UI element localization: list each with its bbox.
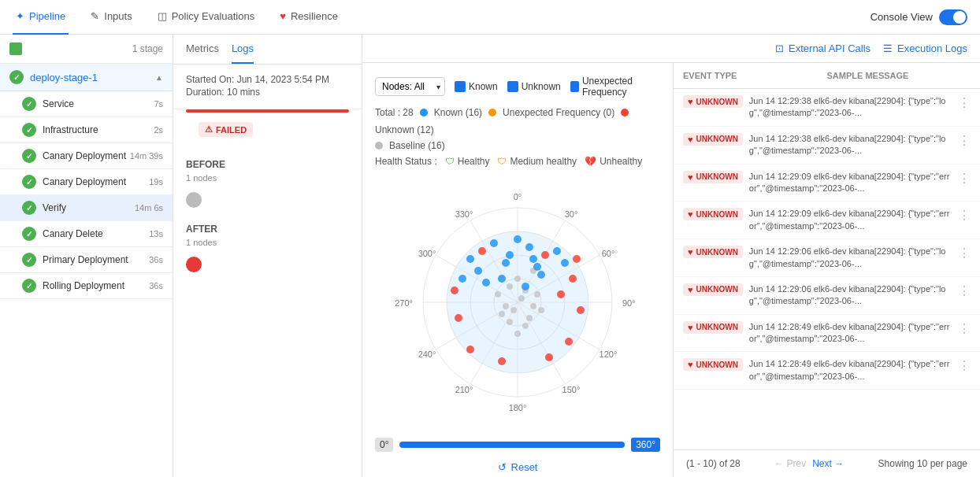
event-more-icon[interactable]: ⋮ [958,283,971,298]
unexpected-filter[interactable]: Unexpected Frequency [570,76,660,98]
external-api-calls-button[interactable]: ⊡ External API Calls [775,43,870,54]
step-name: Infrastructure [43,124,98,135]
step-name: Primary Deployment [43,254,128,265]
nav-inputs[interactable]: ✎ Inputs [87,0,135,35]
svg-point-55 [569,275,577,283]
execution-logs-icon: ☰ [883,43,893,54]
event-type-label: UNKNOWN [696,98,738,106]
step-name: Canary Deployment [43,176,126,187]
tabs-row: Metrics Logs [173,35,362,65]
known-checkbox [455,81,466,92]
deploy-stage-name: deploy-stage-1 [9,70,98,84]
top-navigation: ✦ Pipeline ✎ Inputs ◫ Policy Evaluations… [0,0,980,35]
chevron-up-icon: ▲ [155,73,163,82]
event-more-icon[interactable]: ⋮ [958,208,971,223]
event-message: Jun 14 12:28:49 elk6-dev kibana[22904]: … [749,358,952,383]
nodes-select[interactable]: Nodes: All [375,77,445,96]
next-button[interactable]: Next → [812,458,844,469]
step-rolling-deployment[interactable]: Rolling Deployment 36s [0,273,173,299]
duration: Duration: 10 mins [186,87,349,98]
toggle-switch[interactable] [939,9,967,25]
svg-text:150°: 150° [562,385,581,394]
svg-point-39 [514,235,522,243]
step-time: 36s [149,281,163,290]
policy-icon: ◫ [158,10,167,22]
range-track[interactable] [399,442,625,448]
step-service[interactable]: Service 7s [0,91,173,117]
event-row: ♥ UNKNOWN Jun 14 12:28:49 elk6-dev kiban… [674,315,980,353]
svg-point-43 [490,239,498,247]
step-canary-deployment-2[interactable]: Canary Deployment 19s [0,169,173,195]
nav-policy[interactable]: ◫ Policy Evaluations [154,0,258,35]
tab-metrics-label: Metrics [186,43,219,54]
event-more-icon[interactable]: ⋮ [958,321,971,336]
external-api-label: External API Calls [789,43,870,54]
svg-point-30 [518,295,525,301]
unknown-filter[interactable]: Unknown [507,81,561,92]
tab-logs[interactable]: Logs [232,35,254,64]
prev-button[interactable]: ← Prev [774,458,806,469]
svg-text:210°: 210° [455,385,473,394]
unhealthy-label: Unhealthy [600,156,642,167]
range-container: 0° 360° [375,438,660,452]
range-end: 360° [631,438,660,452]
step-verify[interactable]: Verify 14m 6s [0,195,173,221]
step-canary-deployment-1[interactable]: Canary Deployment 14m 39s [0,143,173,169]
step-check-icon [22,149,36,163]
svg-text:0°: 0° [514,192,522,202]
step-primary-deployment[interactable]: Primary Deployment 36s [0,247,173,273]
nav-resilience-label: Resilience [291,10,338,22]
deploy-stage-item[interactable]: deploy-stage-1 ▲ [0,64,173,91]
before-nodes: 1 nodes [173,173,362,189]
showing-per-page: Showing 10 per page [878,458,967,469]
heart-icon: ♥ [688,135,693,144]
health-label: Health Status : [375,156,437,167]
event-more-icon[interactable]: ⋮ [958,246,971,261]
range-start: 0° [375,438,393,452]
svg-point-61 [455,314,462,322]
step-check-icon [22,175,36,189]
tab-metrics[interactable]: Metrics [186,35,219,64]
nav-resilience[interactable]: ♥ Resilience [277,0,341,35]
heart-icon: ♥ [688,172,693,182]
svg-point-57 [565,338,573,346]
right-content: ⊡ External API Calls ☰ Execution Logs No… [362,35,980,477]
svg-point-64 [573,255,581,263]
svg-point-45 [482,279,490,287]
run-info: Started On: Jun 14, 2023 5:54 PM Duratio… [173,65,362,109]
events-panel: EVENT TYPE SAMPLE MESSAGE ♥ UNKNOWN Jun … [673,63,980,477]
heart-icon: ♥ [688,209,693,219]
heart-icon: ♥ [688,285,693,294]
reset-icon: ↺ [498,461,507,473]
console-view-label: Console View [870,11,933,23]
svg-text:330°: 330° [455,209,473,219]
tab-logs-label: Logs [232,43,254,54]
console-view-toggle[interactable]: Console View [870,9,967,25]
known-filter[interactable]: Known [455,81,498,92]
svg-point-56 [577,306,585,314]
execution-logs-button[interactable]: ☰ Execution Logs [883,43,967,54]
svg-point-26 [530,303,536,309]
radar-chart-container: 0° 30° 60° 90° 120° 150° 180° 210° 240° … [375,176,660,428]
event-more-icon[interactable]: ⋮ [958,171,971,186]
event-type-label: UNKNOWN [696,248,738,257]
event-message: Jun 14 12:29:09 elk6-dev kibana[22904]: … [749,171,952,195]
event-type-col-header: EVENT TYPE [683,71,827,80]
event-more-icon[interactable]: ⋮ [958,133,971,148]
nav-inputs-label: Inputs [104,10,132,22]
step-name: Rolling Deployment [43,280,124,291]
nav-pipeline[interactable]: ✦ Pipeline [13,0,69,35]
medium-icon: 🛡 [497,156,507,167]
stats-row: Total : 28 Known (16) Unexpected Frequen… [375,107,660,135]
svg-point-31 [503,303,509,309]
middle-panel: Metrics Logs Started On: Jun 14, 2023 5:… [173,35,362,477]
event-more-icon[interactable]: ⋮ [958,358,971,373]
reset-button[interactable]: ↺ Reset [375,458,660,476]
unexpected-checkbox [570,81,579,92]
event-more-icon[interactable]: ⋮ [958,95,971,110]
known-stat: Known (16) [434,107,482,118]
event-message: Jun 14 12:28:49 elk6-dev kibana[22904]: … [749,321,952,346]
step-canary-delete[interactable]: Canary Delete 13s [0,221,173,247]
step-infrastructure[interactable]: Infrastructure 2s [0,117,173,143]
event-row: ♥ UNKNOWN Jun 14 12:29:06 elk6-dev kiban… [674,239,980,277]
